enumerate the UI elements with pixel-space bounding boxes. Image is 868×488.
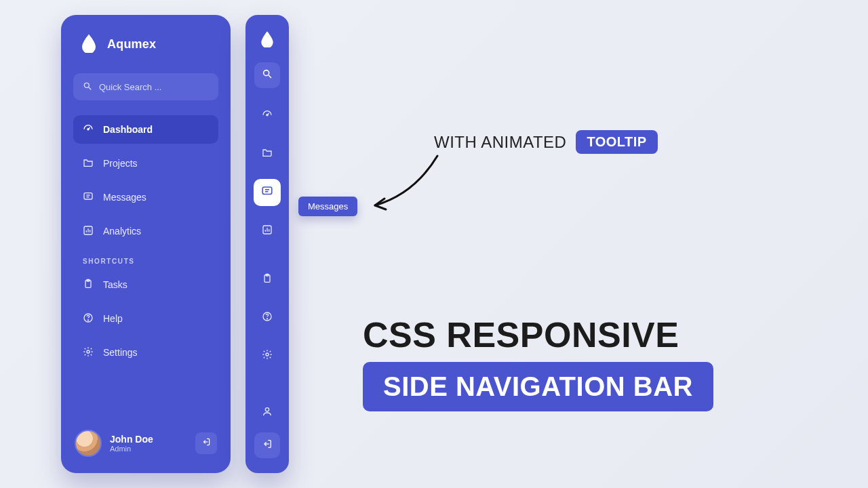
svg-line-1 [89,87,92,89]
svg-point-14 [87,319,88,320]
user-role: Admin [110,445,187,453]
chart-icon [262,224,273,238]
help-icon [83,312,94,325]
sidebar-item-label: Help [103,313,123,324]
search-icon [262,68,273,82]
hero-line2: SIDE NAVIGATION BAR [363,362,713,411]
search-placeholder: Quick Search ... [99,82,161,92]
sidebar-item-tasks[interactable]: Tasks [73,270,218,299]
collapsed-item-analytics[interactable] [254,218,280,244]
logout-button[interactable] [195,432,217,454]
folder-icon [262,147,273,161]
gauge-icon [262,109,273,123]
svg-rect-21 [262,187,272,195]
hero-top-text: WITH ANIMATED [434,133,566,152]
svg-point-33 [265,408,269,411]
search-input[interactable]: Quick Search ... [73,73,218,100]
svg-line-20 [267,113,269,115]
svg-point-17 [264,70,269,76]
svg-rect-4 [84,192,92,199]
sidebar-item-label: Projects [103,158,138,169]
avatar[interactable] [75,430,102,457]
collapsed-search[interactable] [254,62,280,88]
collapsed-item-settings[interactable] [254,343,280,369]
sidebar-collapsed [245,15,289,473]
sidebar-footer: John Doe Admin [73,427,218,460]
sidebar-item-label: Dashboard [103,124,153,135]
collapsed-item-messages[interactable] [254,179,281,206]
chat-icon [261,185,273,200]
sidebar-item-label: Analytics [103,226,141,237]
collapsed-logout[interactable] [254,432,280,458]
sidebar-item-analytics[interactable]: Analytics [73,217,218,245]
gauge-icon [83,123,94,136]
brand: Aqumex [73,33,218,61]
tooltip-label: Messages [308,201,348,211]
sidebar-item-messages[interactable]: Messages [73,183,218,211]
sidebar-item-label: Tasks [103,279,127,290]
sidebar-item-help[interactable]: Help [73,304,218,333]
svg-point-15 [87,350,90,353]
collapsed-item-help[interactable] [254,305,280,331]
brand-name: Aqumex [107,37,156,52]
svg-line-3 [88,127,90,129]
chat-icon [83,191,94,204]
gear-icon [262,349,273,363]
collapsed-item-projects[interactable] [254,141,280,167]
sidebar-item-label: Settings [103,347,138,358]
user-name: John Doe [110,434,187,445]
clipboard-icon [83,279,94,291]
svg-line-18 [269,75,271,78]
sidebar-item-dashboard[interactable]: Dashboard [73,115,218,144]
sidebar-expanded: Aqumex Quick Search ... Dashboard Projec… [61,15,231,473]
logout-icon [201,437,211,449]
nav-section-label: SHORTCUTS [73,251,218,270]
logo-icon [258,30,276,50]
sidebar-item-settings[interactable]: Settings [73,338,218,367]
collapsed-item-dashboard[interactable] [254,103,280,129]
collapsed-item-tasks[interactable] [254,267,280,293]
search-icon [83,81,92,93]
logout-icon [262,439,273,452]
user-block: John Doe Admin [110,434,187,453]
folder-icon [83,157,94,170]
collapsed-items [245,62,289,369]
logo-icon [79,33,99,56]
hero-top: WITH ANIMATED TOOLTIP [434,130,658,154]
hero-badge: TOOLTIP [576,130,657,154]
sidebar-item-label: Messages [103,192,146,203]
help-icon [262,311,273,325]
hero-line1: CSS RESPONSIVE [363,314,679,355]
svg-point-32 [266,353,269,356]
clipboard-icon [262,273,273,287]
svg-point-31 [267,319,267,319]
collapsed-user[interactable] [254,400,280,426]
arrow-icon [370,152,444,214]
gear-icon [83,346,94,359]
user-icon [262,406,273,420]
svg-point-0 [84,83,89,87]
tooltip: Messages [298,197,357,216]
sidebar-item-projects[interactable]: Projects [73,149,218,178]
chart-icon [83,225,94,238]
